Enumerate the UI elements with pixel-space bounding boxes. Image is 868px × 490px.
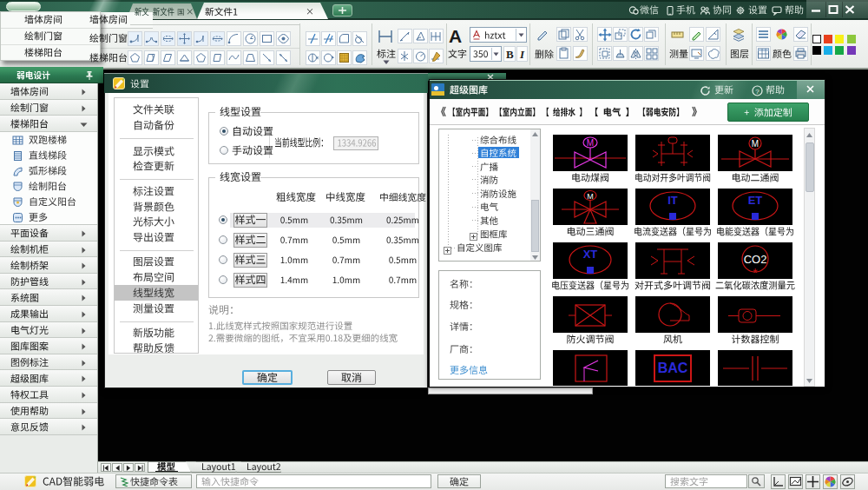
svg-text:IT: IT xyxy=(667,194,678,207)
svg-text:M: M xyxy=(587,138,594,148)
svg-text:XT: XT xyxy=(583,248,598,261)
svg-text:CO2: CO2 xyxy=(744,253,767,266)
svg-text:ET: ET xyxy=(748,194,763,207)
svg-text:*: * xyxy=(753,266,758,279)
svg-text:M: M xyxy=(587,192,594,201)
svg-text:M: M xyxy=(752,139,759,149)
svg-text:BAC: BAC xyxy=(658,361,688,375)
svg-text:?: ? xyxy=(755,88,760,96)
